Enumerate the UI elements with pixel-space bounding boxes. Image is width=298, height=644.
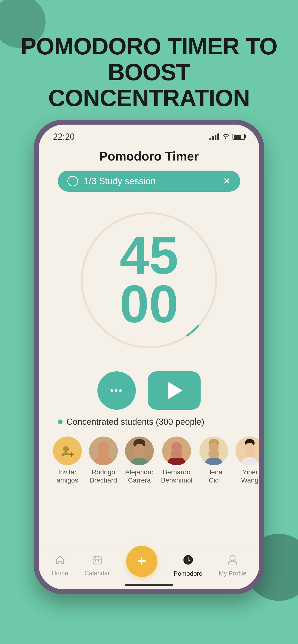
pomodoro-label: Pomodoro xyxy=(174,570,203,578)
elena-avatar xyxy=(199,436,228,465)
sidebar-item-home[interactable]: Home xyxy=(52,555,68,577)
status-icons xyxy=(209,133,245,141)
timer-area: 45 00 xyxy=(39,201,259,364)
home-label: Home xyxy=(52,570,68,577)
timer-minutes: 45 xyxy=(120,232,179,279)
student-name: AlejandroCarrera xyxy=(125,468,154,484)
more-button[interactable]: ••• xyxy=(97,371,136,410)
list-item[interactable]: YibeiWang xyxy=(235,436,259,484)
signal-icon xyxy=(209,134,219,140)
phone-screen: 22:20 xyxy=(39,124,259,590)
status-time: 22:20 xyxy=(53,132,75,142)
home-icon xyxy=(55,555,65,567)
svg-rect-23 xyxy=(209,451,219,458)
pomodoro-icon xyxy=(183,555,193,568)
svg-rect-14 xyxy=(134,452,145,458)
play-button[interactable] xyxy=(148,371,201,410)
student-name: BernardoBenshimol xyxy=(161,468,192,484)
students-label: Concentrated students (300 people) xyxy=(39,417,259,434)
svg-rect-29 xyxy=(93,557,101,564)
student-name: ElenaCid xyxy=(205,468,222,484)
svg-rect-33 xyxy=(95,560,96,562)
svg-rect-9 xyxy=(97,450,109,457)
status-bar: 22:20 xyxy=(39,124,259,144)
wifi-icon xyxy=(222,133,230,141)
session-close-button[interactable]: ✕ xyxy=(223,176,231,186)
sidebar-item-calendar[interactable]: Calendar xyxy=(84,555,110,577)
svg-rect-18 xyxy=(171,451,182,458)
svg-rect-28 xyxy=(245,450,255,457)
profile-label: My Profile xyxy=(219,570,246,577)
bernardo-avatar xyxy=(162,436,191,465)
list-item[interactable]: BernardoBenshimol xyxy=(161,436,192,484)
hero-heading: POMODORO TIMER TO BOOST CONCENTRATION xyxy=(14,34,284,111)
svg-rect-34 xyxy=(98,560,99,562)
session-left: 1/3 Study session xyxy=(67,176,156,186)
list-item[interactable]: RodrigoBrechard xyxy=(89,436,118,484)
add-person-icon xyxy=(60,444,75,458)
students-row: Invitaramigos RodrigoBrechard xyxy=(39,434,259,494)
session-label: 1/3 Study session xyxy=(84,176,156,186)
app-title: Pomodoro Timer xyxy=(39,144,259,170)
svg-point-3 xyxy=(63,446,69,452)
calendar-label: Calendar xyxy=(84,570,110,577)
sidebar-item-pomodoro[interactable]: Pomodoro xyxy=(174,555,203,578)
calendar-icon xyxy=(92,555,102,567)
controls: ••• xyxy=(39,364,259,417)
add-button[interactable]: + xyxy=(126,555,158,577)
nav-items: Home Calendar xyxy=(39,555,259,578)
list-item[interactable]: AlejandroCarrera xyxy=(125,436,154,484)
invite-avatar xyxy=(53,436,82,465)
students-count-label: Concentrated students (300 people) xyxy=(66,417,204,427)
green-dot-icon xyxy=(58,420,63,424)
sidebar-item-profile[interactable]: My Profile xyxy=(219,555,246,577)
profile-icon xyxy=(228,555,237,567)
rodrigo-avatar xyxy=(89,436,118,465)
alejandro-avatar xyxy=(125,436,154,465)
phone-frame: 22:20 xyxy=(34,120,264,594)
bottom-nav: Home Calendar xyxy=(39,550,259,590)
svg-point-26 xyxy=(245,443,254,452)
list-item[interactable]: Invitaramigos xyxy=(53,436,82,484)
svg-point-40 xyxy=(230,556,235,561)
student-name: RodrigoBrechard xyxy=(90,468,117,484)
timer-circle: 45 00 xyxy=(75,206,223,354)
student-name: Invitaramigos xyxy=(57,468,78,484)
yibei-avatar xyxy=(235,436,259,465)
session-pill[interactable]: 1/3 Study session ✕ xyxy=(58,170,240,192)
battery-icon xyxy=(232,134,245,140)
play-icon xyxy=(168,382,183,399)
session-circle-icon xyxy=(67,176,78,186)
more-icon: ••• xyxy=(110,385,123,396)
svg-point-0 xyxy=(225,138,226,139)
plus-icon: + xyxy=(126,546,158,577)
home-indicator xyxy=(125,584,173,586)
student-name: YibeiWang xyxy=(241,468,258,484)
timer-seconds: 00 xyxy=(120,279,179,329)
timer-display: 45 00 xyxy=(120,232,179,329)
list-item[interactable]: ElenaCid xyxy=(199,436,228,484)
